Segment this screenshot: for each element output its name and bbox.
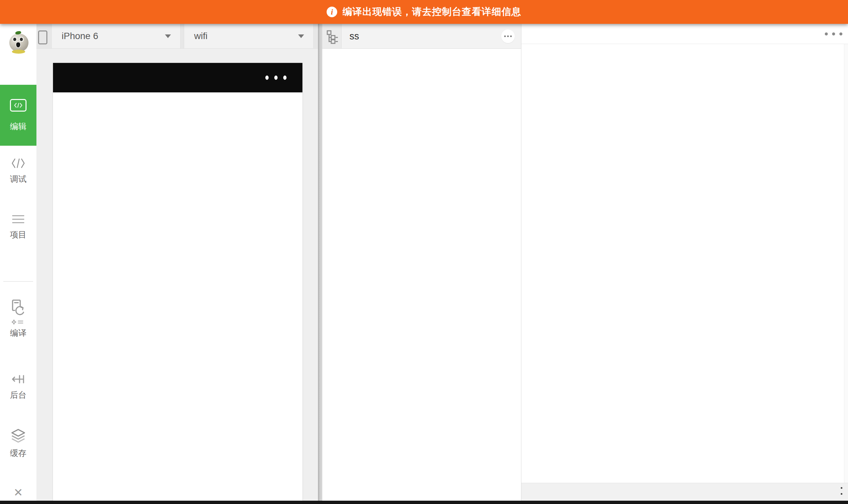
debug-icon — [11, 158, 25, 169]
compile-refresh-icon — [10, 299, 26, 317]
sidebar-item-label: 编辑 — [10, 121, 26, 132]
panel-resize-handle[interactable] — [318, 24, 322, 504]
device-icon[interactable] — [38, 31, 47, 44]
sidebar-item-debug[interactable]: 调试 — [0, 158, 36, 184]
ellipsis-icon — [504, 35, 506, 37]
statusbar-grip-icon[interactable] — [841, 487, 842, 495]
device-selector-value: iPhone 6 — [61, 31, 99, 41]
editor-tab-ss[interactable]: ss — [341, 24, 521, 48]
device-selector[interactable]: iPhone 6 — [51, 24, 180, 48]
sidebar-divider — [3, 281, 33, 282]
editor-more-button[interactable] — [501, 30, 515, 43]
avatar[interactable] — [7, 31, 31, 55]
network-selector-value: wifi — [194, 31, 207, 41]
error-banner-text: 编译出现错误，请去控制台查看详细信息 — [342, 5, 522, 19]
phone-preview — [53, 63, 302, 504]
avatar-base — [12, 50, 25, 54]
sidebar-item-label: 后台 — [10, 390, 26, 400]
debugger-body[interactable] — [522, 44, 848, 483]
sidebar-item-edit[interactable]: 编辑 — [0, 85, 36, 146]
info-icon-glyph: i — [331, 8, 333, 16]
sidebar-item-label: 项目 — [10, 229, 26, 240]
sidebar-item-project[interactable]: 项目 — [0, 215, 36, 240]
editor-panel: ss — [322, 24, 521, 504]
avatar-eye — [20, 38, 23, 41]
code-editor-icon — [10, 99, 26, 112]
phone-menu-dots-icon[interactable] — [265, 75, 286, 80]
sidebar-item-cache[interactable]: 缓存 — [0, 429, 36, 458]
editor-tab-label: ss — [350, 31, 359, 42]
debugger-panel — [521, 24, 848, 504]
phone-screen[interactable] — [53, 92, 302, 504]
sidebar-item-label: 编译 — [10, 327, 26, 338]
sidebar-item-label: 调试 — [10, 174, 26, 184]
devtools-window: i 编译出现错误，请去控制台查看详细信息 编辑 调试 — [0, 0, 848, 504]
info-icon: i — [326, 7, 337, 17]
file-tree-icon[interactable] — [325, 30, 341, 44]
console-statusbar — [522, 483, 848, 501]
error-banner: i 编译出现错误，请去控制台查看详细信息 — [0, 0, 848, 24]
simulator-panel: iPhone 6 wifi — [36, 24, 318, 504]
chevron-down-icon — [165, 34, 171, 38]
close-icon: ✕ — [14, 487, 23, 498]
scrollbar-track[interactable] — [844, 44, 848, 483]
sidebar: 编辑 调试 项目 — [0, 24, 36, 501]
simulator-toolbar: iPhone 6 wifi — [36, 24, 318, 49]
sidebar-item-compile[interactable]: 编译 — [0, 299, 36, 338]
backend-icon — [11, 374, 25, 385]
chevron-down-icon — [298, 34, 304, 38]
ellipsis-icon — [825, 33, 828, 35]
project-list-icon — [12, 215, 25, 224]
window-bottom-edge — [0, 501, 848, 504]
network-selector[interactable]: wifi — [184, 24, 314, 48]
avatar-eye — [13, 38, 16, 41]
compile-settings-icon — [12, 320, 25, 325]
editor-header: ss — [322, 24, 521, 49]
layers-icon — [10, 429, 26, 444]
sidebar-item-backend[interactable]: 后台 — [0, 374, 36, 400]
sidebar-item-label: 缓存 — [10, 448, 26, 458]
phone-navigation-bar — [53, 63, 302, 92]
debugger-header — [522, 24, 848, 44]
debugger-more-button[interactable] — [825, 33, 842, 35]
avatar-mouth — [16, 42, 21, 48]
editor-body[interactable] — [322, 49, 521, 504]
